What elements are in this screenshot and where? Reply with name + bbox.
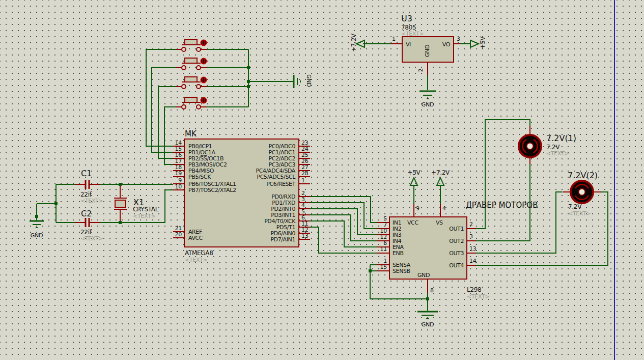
mk-placeholder: <TEXT> <box>185 257 207 263</box>
u3-pin3-number: 3 <box>457 36 460 42</box>
button-terminal[interactable] <box>182 47 186 51</box>
mcu-atmega8[interactable]: MK ATMEGA8 <TEXT> 14PB0/ICP115PB1/OC1A16… <box>173 129 310 263</box>
motor-2[interactable]: 7.2V(2) 7.2V <TEXT> <box>568 171 598 217</box>
l298-net-vs-label: +7.2V <box>431 169 450 176</box>
power-terminal-7v2-u3[interactable]: +7.2V <box>350 33 365 52</box>
l298-pin-name-3: OUT2 <box>449 238 464 244</box>
u3-net-in-label: +7.2V <box>350 33 357 52</box>
power-terminal-7v2-l298[interactable]: +7.2V <box>431 169 450 185</box>
u3-value: 7805 <box>401 24 416 31</box>
ground-symbol-l298[interactable]: GND <box>417 312 438 328</box>
wire[interactable] <box>310 197 377 223</box>
push-button-3[interactable] <box>176 77 207 89</box>
u3-net-out-label: +5V <box>479 36 486 49</box>
push-button-1[interactable] <box>176 40 207 51</box>
mk-pin-name-13: PD7/AIN1 <box>270 236 295 243</box>
mk-pin-name-19: PB5/SCK <box>188 174 211 180</box>
u3-ref: U3 <box>401 14 412 23</box>
push-button-2[interactable] <box>176 58 207 70</box>
c1-value: 22if <box>80 191 92 198</box>
mk-pin-name-10: PB7/TOSC2/XTAL2 <box>188 187 236 193</box>
motor-driver-caption: ДРАВЕР МОТОРОВ <box>466 201 538 210</box>
wire-junction <box>369 269 372 272</box>
l298-gnd-label: GND <box>422 321 434 328</box>
button-terminal[interactable] <box>182 105 186 109</box>
c2-value: 22if <box>80 229 92 236</box>
mk-pin-number-20: 20 <box>175 231 182 238</box>
u3-pin-vo: VO <box>442 41 451 48</box>
motor-driver-l298[interactable]: VCC VS GND 9 4 8 L298 <TEXT> 5IN17IN210I… <box>377 205 489 300</box>
wire[interactable] <box>310 209 377 235</box>
l298-pin-name-13: OUT3 <box>449 250 464 257</box>
l298-pin-gnd: GND <box>417 272 430 279</box>
l298-pin-name-15: SENSB <box>393 268 410 274</box>
button-cap[interactable] <box>185 77 197 82</box>
x1-placeholder: <TEXT> <box>133 213 155 219</box>
button-cap[interactable] <box>185 58 197 63</box>
wire[interactable] <box>164 107 176 164</box>
motor1-placeholder: <TEXT> <box>546 150 569 157</box>
wire[interactable] <box>152 68 176 152</box>
mk-value: ATMEGA8 <box>185 250 213 257</box>
motor-1[interactable]: 7.2V(1) 7.2V <TEXT> <box>519 133 576 157</box>
l298-pin-number-14: 14 <box>469 258 477 264</box>
mk-pin-number-19: 19 <box>175 170 182 177</box>
power-terminal-5v-l298[interactable]: +5V <box>408 169 421 185</box>
wire-junction <box>426 297 429 300</box>
button-terminal[interactable] <box>197 66 201 70</box>
wire[interactable] <box>476 120 530 229</box>
wire-junction <box>247 66 250 69</box>
button-terminal[interactable] <box>182 66 186 70</box>
crystal-x1[interactable]: X1 CRYSTAL <TEXT> <box>114 198 159 219</box>
button-cap[interactable] <box>185 40 197 45</box>
mk-pin-number-1: 1 <box>301 177 305 184</box>
mk-pin-number-13: 13 <box>301 233 309 239</box>
motor1-ref: 7.2V(1) <box>546 133 576 143</box>
button-actuator-icon <box>201 77 207 83</box>
l298-pin-number-2: 2 <box>469 221 473 228</box>
crystal-gnd-label: GND <box>31 232 43 239</box>
l298-pin8-number: 8 <box>430 287 434 294</box>
wire[interactable] <box>310 215 377 241</box>
button-actuator-icon <box>201 59 207 64</box>
capacitor-c2[interactable]: C2 22if <TEXT> <box>80 209 103 242</box>
wire-junction <box>54 202 58 205</box>
button-cap[interactable] <box>185 97 197 102</box>
schematic-canvas: U3 7805 <TEXT> VI VO GND 1 3 2 +7.2V +5V… <box>0 0 644 360</box>
wire-junction <box>247 85 250 88</box>
button-terminal[interactable] <box>182 85 186 89</box>
wire[interactable] <box>158 87 176 158</box>
mk-pin-name-20: AVCC <box>188 235 203 241</box>
c1-placeholder: <TEXT> <box>80 198 103 204</box>
c2-ref: C2 <box>81 209 92 218</box>
wire[interactable] <box>310 203 377 229</box>
wire[interactable] <box>310 227 377 253</box>
u3-pin-gnd: GND <box>424 45 431 57</box>
button-actuator-icon <box>201 98 207 103</box>
l298-pin-number-3: 3 <box>469 233 473 240</box>
u3-pin1-number: 1 <box>392 36 396 42</box>
ground-symbol-u3[interactable]: GND <box>419 91 436 108</box>
voltage-regulator-7805[interactable]: U3 7805 <TEXT> VI VO GND 1 3 2 <box>392 14 460 72</box>
l298-pin9-number: 9 <box>416 205 419 212</box>
wire[interactable] <box>310 221 377 247</box>
button-terminal[interactable] <box>197 47 201 51</box>
l298-pin-number-11: 11 <box>380 246 387 253</box>
mk-pin-name-28: PC5/ADC5/SCL <box>257 174 296 180</box>
push-button-4[interactable] <box>176 97 207 109</box>
capacitor-c1[interactable]: C1 22if <TEXT> <box>80 169 103 204</box>
motor1-value: 7.2V <box>546 144 560 151</box>
mk-pin-name-1: PC6/R̅E̅S̅E̅T̅ <box>266 181 295 187</box>
button-terminal[interactable] <box>197 85 201 89</box>
l298-pin-vs: VS <box>436 219 443 226</box>
l298-pin-number-13: 13 <box>469 245 477 252</box>
ground-symbol-buttons[interactable]: GND <box>294 74 312 88</box>
u3-pin2-number: 2 <box>417 69 424 72</box>
l298-pin-name-2: OUT1 <box>449 226 464 232</box>
wire[interactable] <box>146 49 176 146</box>
c2-placeholder: <TEXT> <box>80 235 103 242</box>
power-terminal-5v-u3[interactable]: +5V <box>470 36 486 49</box>
ground-symbol-crystal[interactable]: GND <box>30 221 44 239</box>
button-terminal[interactable] <box>197 105 201 109</box>
motor2-value: 7.2V <box>568 203 582 210</box>
